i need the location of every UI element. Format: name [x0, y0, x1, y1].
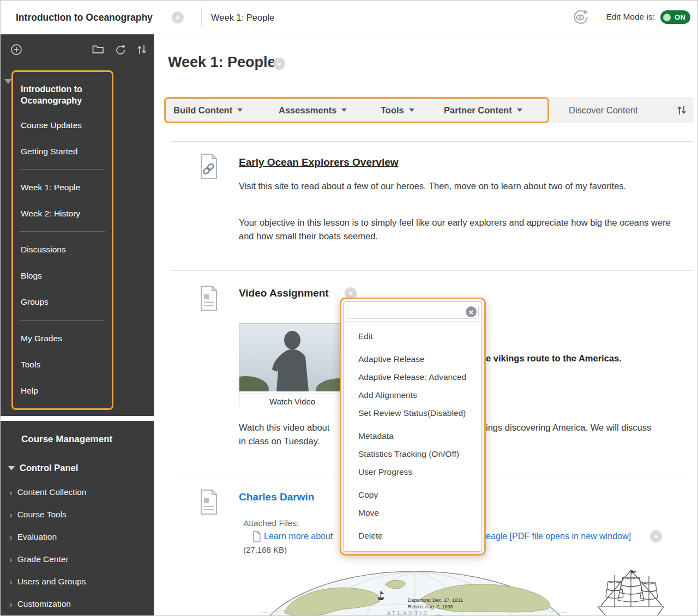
- map-return-label: Return: Aug. 2, 1836: [408, 604, 453, 609]
- mg-item-label: Grade Center: [17, 554, 69, 565]
- chevron-right-icon: ›: [9, 577, 13, 587]
- video-thumbnail[interactable]: Watch Video: [239, 323, 346, 407]
- menu-item-adaptive-release[interactable]: Adaptive Release: [344, 350, 482, 368]
- expand-triangle-icon: [8, 466, 15, 470]
- course-sidebar: Introduction to Oceanography Course Upda…: [1, 34, 154, 616]
- discover-content-button[interactable]: Discover Content: [569, 97, 638, 123]
- explorers-paragraph-2: Your objective in this lesson is to simp…: [239, 216, 672, 243]
- toggle-knob-icon: [663, 14, 671, 21]
- sidebar-item-my-grades[interactable]: My Grades: [13, 325, 112, 352]
- menu-divider: [20, 320, 105, 321]
- pdf-link-chevron-icon[interactable]: [650, 530, 662, 542]
- sort-order-icon[interactable]: [677, 104, 687, 116]
- mg-item-label: Users and Groups: [17, 576, 86, 587]
- course-title-chevron-icon[interactable]: [172, 11, 184, 23]
- sidebar-item-evaluation[interactable]: › Evaluation: [9, 532, 146, 542]
- menu-item-user-progress[interactable]: User Progress: [344, 463, 482, 481]
- course-menu: Introduction to Oceanography Course Upda…: [11, 70, 113, 410]
- explorers-item-title[interactable]: Early Ocean Explorers Overview: [239, 156, 399, 168]
- video-desc-line2: in class on Tuesday.: [239, 436, 320, 446]
- caret-down-icon: [237, 108, 243, 114]
- build-content-label: Build Content: [173, 105, 232, 116]
- menu-item-set-review-status[interactable]: Set Review Status(Disabled): [344, 404, 482, 422]
- sidebar-item-getting-started[interactable]: Getting Started: [13, 138, 112, 165]
- sidebar-item-control-panel[interactable]: Control Panel: [8, 463, 78, 473]
- file-icon: [252, 531, 261, 542]
- refresh-icon[interactable]: [115, 44, 127, 56]
- video-bold-text: e vikings route to the Americas.: [486, 353, 622, 364]
- mg-item-label: Content Collection: [17, 487, 87, 498]
- page-title: Week 1: People: [168, 54, 276, 71]
- sidebar-item-course-home[interactable]: Introduction to Oceanography: [13, 76, 112, 112]
- video-desc-left: Watch this video about: [239, 422, 329, 433]
- watch-video-caption[interactable]: Watch Video: [239, 394, 345, 409]
- sidebar-item-discussions[interactable]: Discussions: [13, 237, 112, 263]
- file-size: (27.168 KB): [243, 545, 287, 554]
- sidebar-item-customization[interactable]: › Customization: [9, 599, 146, 609]
- menu-item-add-alignments[interactable]: Add Alignments: [344, 386, 482, 404]
- page-title-chevron-icon[interactable]: [273, 58, 285, 70]
- course-title: Introduction to Oceanography: [16, 1, 153, 34]
- voyage-map-image: Departure: Dec. 27, 1831 Return: Aug. 2,…: [251, 569, 579, 616]
- add-menu-item-icon[interactable]: [10, 43, 23, 56]
- context-menu-title-box: [347, 305, 479, 319]
- menu-item-copy[interactable]: Copy: [344, 486, 482, 504]
- sidebar-item-week1[interactable]: Week 1: People: [13, 174, 112, 201]
- sidebar-item-help[interactable]: Help: [13, 378, 112, 404]
- darwin-item-title[interactable]: Charles Darwin: [239, 491, 314, 503]
- sidebar-item-course-updates[interactable]: Course Updates: [13, 112, 112, 138]
- sidebar-item-week2[interactable]: Week 2: History: [13, 201, 112, 227]
- reorder-icon[interactable]: [137, 43, 147, 56]
- edit-mode-label: Edit Mode is:: [606, 12, 655, 22]
- tools-button[interactable]: Tools: [381, 97, 414, 123]
- course-management-title: Course Management: [21, 434, 112, 445]
- mg-item-label: Course Tools: [17, 509, 67, 520]
- sidebar-item-grade-center[interactable]: › Grade Center: [9, 554, 146, 565]
- sidebar-item-content-collection[interactable]: › Content Collection: [9, 487, 146, 498]
- menu-item-move[interactable]: Move: [344, 504, 482, 522]
- video-desc-right: ings discovering America. We will discus…: [486, 422, 651, 433]
- close-icon[interactable]: [466, 306, 477, 317]
- sidebar-item-course-tools[interactable]: › Course Tools: [9, 509, 146, 520]
- toggle-state: ON: [675, 13, 686, 21]
- partner-content-label: Partner Content: [444, 105, 512, 116]
- sidebar-item-tools[interactable]: Tools: [13, 352, 112, 378]
- action-bar: Build Content Assessments Tools Partner …: [164, 97, 694, 123]
- caret-down-icon: [341, 108, 347, 114]
- caret-down-icon: [517, 108, 522, 114]
- chevron-right-icon: ›: [9, 488, 13, 497]
- tools-label: Tools: [381, 105, 404, 116]
- sidebar-item-groups[interactable]: Groups: [13, 289, 112, 315]
- top-header: Introduction to Oceanography Week 1: Peo…: [1, 1, 697, 34]
- link-document-icon: [198, 153, 220, 179]
- chevron-right-icon: ›: [9, 555, 13, 564]
- statue-image: [239, 324, 345, 391]
- pdf-link-right[interactable]: eagle [PDF file opens in new window]: [486, 532, 631, 541]
- caret-down-icon: [409, 108, 414, 114]
- menu-item-statistics-tracking[interactable]: Statistics Tracking (On/Off): [344, 445, 482, 463]
- chevron-right-icon: ›: [9, 510, 13, 520]
- menu-item-delete[interactable]: Delete: [344, 527, 482, 545]
- breadcrumb: Week 1: People: [211, 1, 274, 34]
- menu-collapse-icon[interactable]: [4, 79, 12, 84]
- menu-divider: [20, 231, 105, 232]
- sidebar-section-gap: [1, 416, 154, 421]
- sidebar-item-blogs[interactable]: Blogs: [13, 263, 112, 289]
- content-item-icon: [198, 489, 220, 515]
- folder-view-icon[interactable]: [92, 44, 104, 54]
- build-content-button[interactable]: Build Content: [173, 97, 243, 123]
- chevron-right-icon: ›: [9, 533, 13, 542]
- pdf-link-left[interactable]: Learn more about: [264, 532, 333, 541]
- ship-illustration: [590, 567, 672, 616]
- menu-item-adaptive-release-advanced[interactable]: Adaptive Release: Advanced: [344, 368, 482, 386]
- context-menu-header: [344, 302, 482, 322]
- blackboard-app: Introduction to Oceanography Week 1: Peo…: [0, 0, 698, 616]
- menu-item-edit[interactable]: Edit: [344, 327, 482, 345]
- edit-mode-toggle[interactable]: ON: [660, 10, 690, 24]
- map-departure-label: Departure: Dec. 27, 1831: [408, 597, 463, 603]
- assessments-button[interactable]: Assessments: [279, 97, 347, 123]
- student-preview-icon[interactable]: [569, 9, 591, 26]
- menu-item-metadata[interactable]: Metadata: [344, 427, 482, 445]
- sidebar-item-users-groups[interactable]: › Users and Groups: [9, 576, 146, 587]
- partner-content-button[interactable]: Partner Content: [444, 97, 522, 123]
